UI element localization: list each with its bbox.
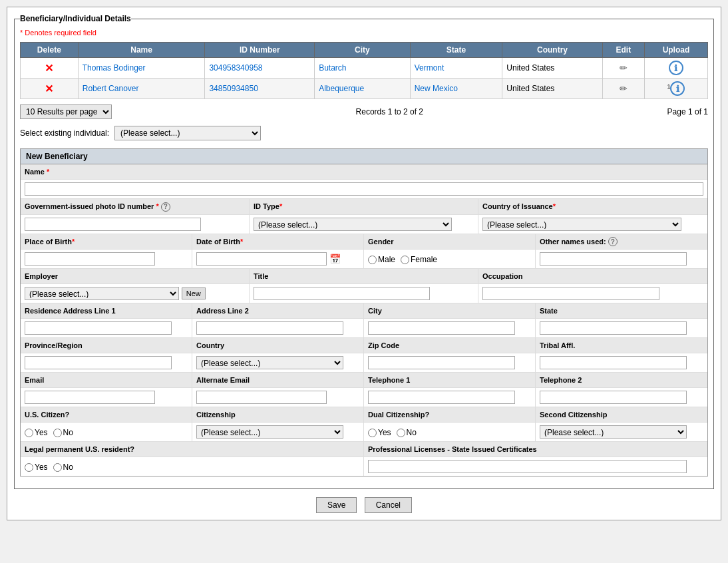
state-input[interactable] xyxy=(540,321,687,335)
calendar-icon[interactable]: 📅 xyxy=(329,254,341,264)
other-names-help-icon[interactable]: ? xyxy=(608,237,618,246)
legal-resident-yes-radio[interactable] xyxy=(25,463,33,472)
gov-id-input-cell xyxy=(21,215,250,234)
prof-licenses-input[interactable] xyxy=(368,460,687,473)
gender-radio-group: Male Female xyxy=(368,255,531,264)
dual-citizen-yes-radio[interactable] xyxy=(368,429,377,437)
save-button[interactable]: Save xyxy=(316,497,357,513)
row-city-link[interactable]: Butarch xyxy=(319,63,346,73)
city-input[interactable] xyxy=(368,321,515,335)
results-per-page-select[interactable]: 10 Results per page 25 Results per page … xyxy=(20,104,112,119)
col-state: State xyxy=(410,43,502,58)
row-id-link[interactable]: 34850934850 xyxy=(209,84,258,93)
place-birth-input[interactable] xyxy=(25,252,155,266)
name-input[interactable] xyxy=(25,182,703,196)
col-edit: Edit xyxy=(602,43,644,58)
employer-labels-row: Employer Title Occupation xyxy=(21,269,707,284)
cancel-button[interactable]: Cancel xyxy=(365,497,412,513)
required-note: * Denotes required field xyxy=(20,29,708,37)
delete-button[interactable]: ✕ xyxy=(45,83,53,94)
email-inputs-row xyxy=(21,388,707,407)
gov-id-label-cell: Government-issued photo ID number * ? xyxy=(21,199,250,214)
name-section-label: Name * xyxy=(21,164,707,180)
address-inputs-row xyxy=(21,319,707,338)
email-labels-row: Email Alternate Email Telephone 1 Teleph… xyxy=(21,373,707,388)
legal-resident-radio-group: Yes No xyxy=(25,463,359,472)
birth-labels-row: Place of Birth* Date of Birth* Gender Ot… xyxy=(21,234,707,250)
country-select[interactable]: (Please select...) xyxy=(196,356,343,369)
name-label: Name * xyxy=(25,168,49,176)
edit-button[interactable]: ✏ xyxy=(620,63,628,73)
address-labels-row: Residence Address Line 1 Address Line 2 … xyxy=(21,303,707,319)
email-input[interactable] xyxy=(25,391,155,404)
col-delete: Delete xyxy=(21,43,79,58)
tel2-input[interactable] xyxy=(540,391,687,404)
country-issuance-select-cell: (Please select...) xyxy=(478,215,707,234)
us-citizen-yes-radio[interactable] xyxy=(25,429,33,437)
row-name-link[interactable]: Thomas Bodinger xyxy=(83,63,146,73)
id-type-label-cell: ID Type* xyxy=(250,199,478,214)
row-state-link[interactable]: New Mexico xyxy=(415,84,458,93)
new-beneficiary-form: New Beneficiary Name * Government-issued… xyxy=(20,148,708,476)
title-input[interactable] xyxy=(254,287,430,300)
delete-button[interactable]: ✕ xyxy=(45,63,53,74)
legal-labels-row: Legal permanent U.S. resident? Professio… xyxy=(21,442,707,457)
citizenship-select[interactable]: (Please select...) xyxy=(196,425,343,439)
province-input[interactable] xyxy=(25,356,172,369)
address1-input[interactable] xyxy=(25,321,172,335)
row-city-link[interactable]: Albequerque xyxy=(319,84,364,93)
gov-id-labels-row: Government-issued photo ID number * ? ID… xyxy=(21,199,707,215)
upload-button[interactable]: ℹ xyxy=(670,81,685,96)
page-text: Page 1 of 1 xyxy=(667,107,708,116)
id-type-select[interactable]: (Please select...) xyxy=(254,218,452,231)
beneficiary-table: Delete Name ID Number City State Country… xyxy=(20,42,708,99)
dual-citizen-no-radio[interactable] xyxy=(397,429,405,437)
tel1-input[interactable] xyxy=(368,391,515,404)
gov-id-input[interactable] xyxy=(25,218,201,231)
legal-inputs-row: Yes No xyxy=(21,457,707,476)
gov-id-help-icon[interactable]: ? xyxy=(161,202,170,212)
new-employer-button[interactable]: New xyxy=(182,287,206,299)
other-names-input[interactable] xyxy=(540,252,687,266)
table-row: ✕Thomas Bodinger304958340958ButarchVermo… xyxy=(21,58,708,79)
row-name-link[interactable]: Robert Canover xyxy=(83,84,139,93)
us-citizen-radio-group: Yes No xyxy=(25,428,188,437)
main-container: Beneficiary/Individual Details * Denotes… xyxy=(7,7,721,520)
row-id-link[interactable]: 304958340958 xyxy=(209,63,262,73)
section-title: Beneficiary/Individual Details xyxy=(20,14,131,23)
country-issuance-select[interactable]: (Please select...) xyxy=(482,218,681,231)
gender-female-radio[interactable] xyxy=(401,256,409,264)
select-existing-label: Select existing individual: xyxy=(20,128,109,138)
occupation-input[interactable] xyxy=(482,287,659,300)
select-existing-row: Select existing individual: (Please sele… xyxy=(20,126,708,140)
form-header: New Beneficiary xyxy=(21,149,707,164)
second-citizenship-select[interactable]: (Please select...) xyxy=(540,425,687,439)
records-text: Records 1 to 2 of 2 xyxy=(125,107,654,116)
pagination-row: 10 Results per page 25 Results per page … xyxy=(20,104,708,119)
tribal-input[interactable] xyxy=(540,356,687,369)
employer-select[interactable]: (Please select...) xyxy=(25,287,179,300)
row-state-link[interactable]: Vermont xyxy=(415,63,445,73)
zip-input[interactable] xyxy=(368,356,515,369)
gender-male-radio[interactable] xyxy=(368,256,377,264)
select-existing-dropdown[interactable]: (Please select...) xyxy=(114,126,261,140)
province-labels-row: Province/Region Country Zip Code Tribal … xyxy=(21,338,707,353)
date-birth-input[interactable] xyxy=(196,252,327,266)
col-upload: Upload xyxy=(644,43,707,58)
employer-inputs-row: (Please select...) New xyxy=(21,284,707,303)
col-id: ID Number xyxy=(205,43,315,58)
gov-id-inputs-row: (Please select...) (Please select...) xyxy=(21,215,707,234)
legal-resident-no-radio[interactable] xyxy=(53,463,62,472)
upload-button[interactable]: ℹ xyxy=(669,61,683,75)
col-country: Country xyxy=(502,43,603,58)
table-row: ✕Robert Canover34850934850AlbequerqueNew… xyxy=(21,79,708,99)
name-input-row xyxy=(21,180,707,199)
us-citizen-no-radio[interactable] xyxy=(53,429,62,437)
col-city: City xyxy=(315,43,410,58)
alt-email-input[interactable] xyxy=(196,391,327,404)
country-issuance-label-cell: Country of Issuance* xyxy=(478,199,707,214)
address2-input[interactable] xyxy=(196,321,343,335)
col-name: Name xyxy=(78,43,205,58)
province-inputs-row: (Please select...) xyxy=(21,353,707,373)
edit-button[interactable]: ✏ xyxy=(620,83,628,94)
